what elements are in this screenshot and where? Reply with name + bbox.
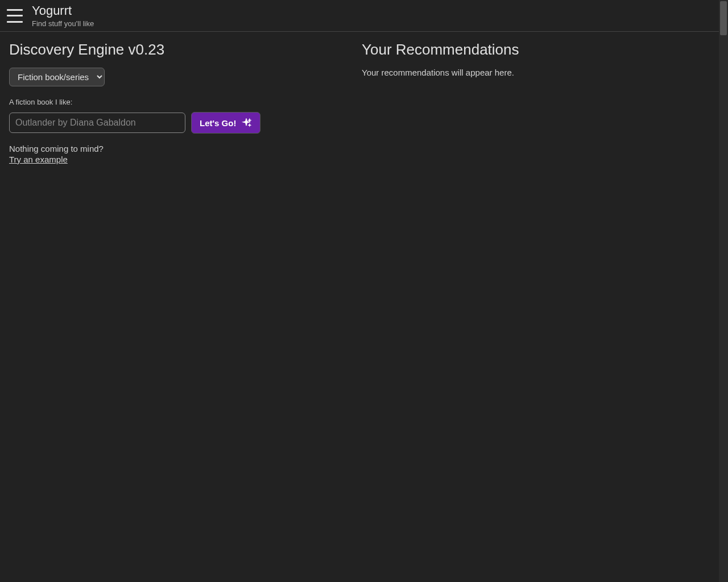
try-example-link[interactable]: Try an example xyxy=(9,155,68,164)
discovery-panel: Discovery Engine v0.23 Fiction book/seri… xyxy=(9,41,350,165)
brand-title: Yogurrt xyxy=(32,3,94,18)
sparkle-icon xyxy=(241,117,252,128)
category-select[interactable]: Fiction book/series xyxy=(9,68,105,86)
hamburger-menu-icon[interactable] xyxy=(7,9,23,23)
go-button-label: Let's Go! xyxy=(200,118,236,128)
brand-block: Yogurrt Find stuff you'll like xyxy=(32,3,94,28)
brand-subtitle: Find stuff you'll like xyxy=(32,19,94,28)
prompt-text: Nothing coming to mind? xyxy=(9,144,350,153)
header: Yogurrt Find stuff you'll like xyxy=(0,0,719,32)
liked-item-input[interactable] xyxy=(9,113,185,133)
input-label: A fiction book I like: xyxy=(9,98,350,106)
scrollbar-track[interactable] xyxy=(719,0,728,582)
lets-go-button[interactable]: Let's Go! xyxy=(191,112,260,134)
recommendations-placeholder: Your recommendations will appear here. xyxy=(362,68,710,77)
scrollbar-thumb[interactable] xyxy=(720,1,727,35)
discovery-heading: Discovery Engine v0.23 xyxy=(9,41,350,59)
recommendations-heading: Your Recommendations xyxy=(362,41,710,59)
recommendations-panel: Your Recommendations Your recommendation… xyxy=(362,41,710,165)
